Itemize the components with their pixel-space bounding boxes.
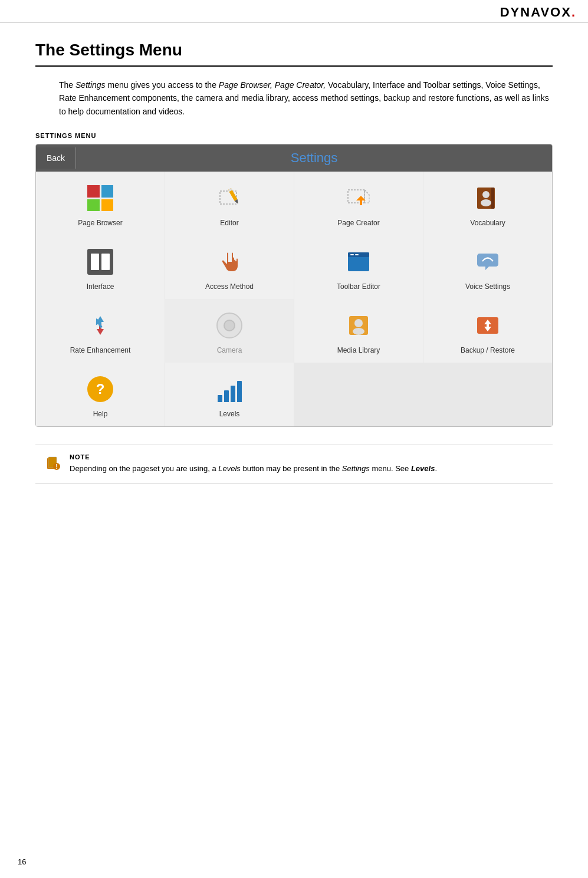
svg-text:!: ! xyxy=(55,463,57,470)
note-content: Note Depending on the pageset you are us… xyxy=(70,453,437,475)
grid-item-interface[interactable]: Interface xyxy=(36,235,165,299)
page-browser-icon xyxy=(84,182,116,214)
levels-label: Levels xyxy=(219,410,240,418)
grid-item-media-library[interactable]: Media Library xyxy=(294,299,423,363)
settings-panel-title: Settings xyxy=(76,144,552,172)
section-label: Settings Menu xyxy=(35,132,553,139)
svg-point-12 xyxy=(482,191,490,198)
voice-settings-icon xyxy=(472,246,504,278)
interface-label: Interface xyxy=(87,282,114,291)
note-icon: ! xyxy=(45,455,61,475)
page-creator-label: Page Creator xyxy=(337,219,379,227)
voice-settings-label: Voice Settings xyxy=(465,282,510,291)
editor-label: Editor xyxy=(220,219,238,227)
vocabulary-label: Vocabulary xyxy=(470,219,505,227)
settings-grid-row2: Interface Access Method xyxy=(36,235,552,299)
page-title: The Settings Menu xyxy=(35,41,553,67)
camera-icon xyxy=(213,310,245,341)
grid-empty-1 xyxy=(294,363,423,426)
top-bar: DYNAVOX. xyxy=(0,0,588,23)
grid-item-voice-settings[interactable]: Voice Settings xyxy=(423,235,552,299)
grid-item-backup-restore[interactable]: Backup / Restore xyxy=(423,299,552,363)
backup-restore-icon xyxy=(472,310,504,341)
media-library-label: Media Library xyxy=(337,346,380,354)
grid-item-editor[interactable]: Editor xyxy=(165,172,294,235)
grid-item-vocabulary[interactable]: Vocabulary xyxy=(423,172,552,235)
grid-item-rate-enhancement[interactable]: Rate Enhancement xyxy=(36,299,165,363)
rate-enhancement-label: Rate Enhancement xyxy=(70,346,131,354)
grid-item-page-browser[interactable]: Page Browser xyxy=(36,172,165,235)
page-browser-label: Page Browser xyxy=(78,219,122,227)
settings-grid-row3: Rate Enhancement Camera xyxy=(36,299,552,363)
settings-grid-row4: ? Help Levels xyxy=(36,363,552,426)
settings-header: Back Settings xyxy=(36,144,552,172)
camera-label: Camera xyxy=(217,346,242,354)
svg-point-20 xyxy=(353,328,364,335)
note-text: Depending on the pageset you are using, … xyxy=(70,463,437,475)
grid-item-toolbar-editor[interactable]: Toolbar Editor xyxy=(294,235,423,299)
back-button[interactable]: Back xyxy=(36,147,76,169)
svg-rect-17 xyxy=(355,254,359,255)
interface-icon xyxy=(84,246,116,278)
page-content: The Settings Menu The Settings menu give… xyxy=(0,23,588,519)
page-creator-icon xyxy=(343,182,375,214)
grid-item-camera[interactable]: Camera xyxy=(165,299,294,363)
page-number: 16 xyxy=(18,857,26,866)
levels-icon xyxy=(213,373,245,405)
toolbar-editor-label: Toolbar Editor xyxy=(337,282,380,291)
grid-item-access-method[interactable]: Access Method xyxy=(165,235,294,299)
toolbar-editor-icon xyxy=(343,246,375,278)
help-icon: ? xyxy=(84,373,116,405)
grid-item-page-creator[interactable]: Page Creator xyxy=(294,172,423,235)
svg-line-5 xyxy=(364,190,369,195)
svg-point-13 xyxy=(481,199,491,206)
svg-rect-11 xyxy=(491,188,494,209)
intro-paragraph: The Settings menu gives you access to th… xyxy=(59,78,553,118)
svg-rect-16 xyxy=(350,254,354,255)
grid-item-help[interactable]: ? Help xyxy=(36,363,165,426)
grid-empty-2 xyxy=(423,363,552,426)
media-library-icon xyxy=(343,310,375,341)
access-method-icon xyxy=(213,246,245,278)
note-title: Note xyxy=(70,453,437,461)
settings-panel: Back Settings Page Browser xyxy=(35,144,553,427)
settings-grid-row1: Page Browser Editor xyxy=(36,172,552,235)
backup-restore-label: Backup / Restore xyxy=(461,346,515,354)
svg-point-19 xyxy=(354,319,363,327)
vocabulary-icon xyxy=(472,182,504,214)
grid-item-levels[interactable]: Levels xyxy=(165,363,294,426)
note-box: ! Note Depending on the pageset you are … xyxy=(35,445,553,484)
editor-icon xyxy=(213,182,245,214)
access-method-label: Access Method xyxy=(205,282,254,291)
rate-enhancement-icon xyxy=(84,310,116,341)
logo: DYNAVOX. xyxy=(500,5,576,20)
help-label: Help xyxy=(93,410,108,418)
